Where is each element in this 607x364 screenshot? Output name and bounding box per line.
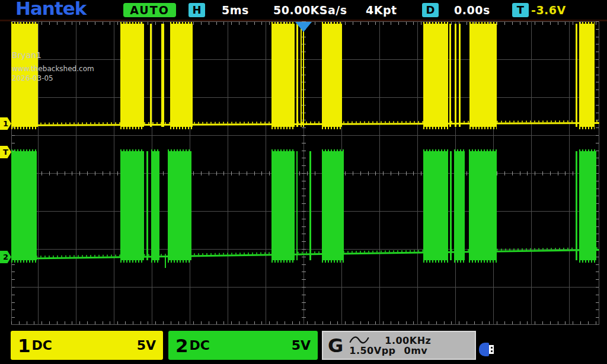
ch1-burst: [150, 24, 152, 127]
generator-info-box[interactable]: G 1.00KHz 1.50Vpp 0mv: [322, 331, 476, 360]
annotation-name: Bryan1: [12, 50, 94, 60]
memory-depth-readout: 4Kpt: [366, 3, 397, 17]
ch2-burst: [454, 151, 465, 260]
ch2-burst: [120, 151, 144, 260]
ch2-position-marker[interactable]: 2: [0, 251, 11, 263]
ch2-burst: [469, 151, 497, 260]
ch1-burst: [469, 24, 497, 127]
generator-label: G: [328, 334, 343, 357]
ch1-burst: [271, 24, 295, 127]
generator-offset: 0mv: [404, 346, 428, 356]
ch1-burst: [161, 24, 164, 127]
ch2-burst: [322, 151, 344, 260]
brand-logo: Hantek: [15, 0, 86, 19]
sample-rate-readout: 50.00KSa/s: [273, 3, 347, 17]
ch1-info-box[interactable]: 1 DC 5V: [11, 331, 163, 360]
ch1-scale: 5V: [137, 338, 156, 353]
ch2-number: 2: [175, 335, 189, 356]
ch2-info-box[interactable]: 2 DC 5V: [168, 331, 318, 360]
trigger-level-marker[interactable]: T: [0, 146, 11, 158]
oscilloscope-screen: Bryan1 www.thebackshed.com 2026-03-05 1 …: [0, 0, 607, 364]
ch1-burst: [576, 24, 577, 127]
ch2-burst: [146, 151, 148, 260]
ch1-position-marker[interactable]: 1: [0, 117, 11, 130]
ch2-burst: [11, 151, 37, 260]
ch2-burst: [423, 151, 448, 260]
ch1-burst: [423, 24, 448, 127]
channel-bar: 1 DC 5V 2 DC 5V G 1.00KHz 1.50Vpp: [0, 325, 607, 364]
center-horizontal-axis-ticks: [11, 171, 599, 175]
ch2-scale: 5V: [292, 338, 311, 353]
horizontal-badge-icon[interactable]: H: [189, 3, 205, 17]
annotation-date: 2026-03-05: [12, 74, 94, 83]
ch2-burst: [271, 151, 295, 260]
timebase-readout[interactable]: 5ms: [222, 3, 249, 17]
ch2-burst: [309, 151, 311, 260]
ch1-coupling: DC: [32, 338, 52, 353]
generator-frequency: 1.00KHz: [385, 336, 431, 346]
user-annotation: Bryan1 www.thebackshed.com 2026-03-05: [12, 50, 94, 83]
trigger-level-readout[interactable]: -3.6V: [531, 3, 566, 17]
ch2-burst: [168, 151, 191, 260]
waveform-display: Bryan1 www.thebackshed.com 2026-03-05 1 …: [0, 0, 607, 364]
ch2-burst: [579, 151, 596, 260]
ch1-burst: [449, 24, 451, 127]
ch2-burst: [576, 151, 577, 260]
ch2-downspike: [165, 257, 166, 268]
usb-plug: [489, 345, 494, 354]
delay-badge-icon[interactable]: D: [422, 3, 439, 17]
ch1-burst: [170, 24, 193, 127]
generator-amplitude: 1.50Vpp: [349, 346, 395, 356]
usb-body: [479, 343, 489, 356]
status-bar: Hantek AUTO H 5ms 50.00KSa/s 4Kpt D 0.00…: [0, 0, 607, 20]
sine-wave-icon: [349, 336, 369, 346]
usb-drive-icon: [479, 342, 494, 357]
trigger-badge-icon[interactable]: T: [512, 3, 529, 17]
horizontal-offset-readout[interactable]: 0.00s: [454, 3, 490, 17]
ch1-burst: [459, 24, 461, 127]
ch1-burst: [455, 24, 456, 127]
ch1-burst: [303, 24, 304, 127]
ch1-burst: [296, 24, 298, 127]
acquisition-mode-badge[interactable]: AUTO: [123, 3, 176, 17]
ch2-coupling: DC: [190, 338, 210, 353]
ch1-burst: [579, 24, 595, 127]
ch2-burst: [296, 151, 298, 260]
ch1-burst: [301, 24, 302, 127]
ch1-number: 1: [18, 335, 31, 356]
ch1-burst: [120, 24, 144, 127]
ch2-burst: [151, 151, 159, 260]
ch2-burst: [450, 151, 452, 260]
bottom-edge-ticks: [11, 321, 599, 324]
annotation-url: www.thebackshed.com: [12, 64, 94, 74]
ch1-burst: [322, 24, 342, 127]
